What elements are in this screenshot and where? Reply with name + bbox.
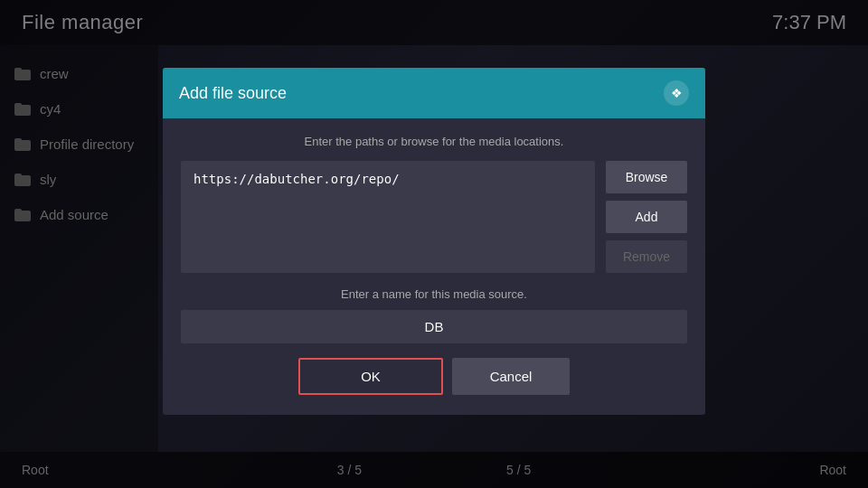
name-input[interactable] (181, 310, 687, 343)
dialog-header: Add file source ❖ (163, 68, 705, 118)
remove-button[interactable]: Remove (606, 240, 687, 273)
path-section: Browse Add Remove (181, 161, 687, 273)
path-input[interactable] (181, 161, 595, 273)
browse-button[interactable]: Browse (606, 161, 687, 193)
dialog-actions: OK Cancel (181, 358, 687, 399)
path-instruction: Enter the paths or browse for the media … (181, 135, 687, 148)
cancel-button[interactable]: Cancel (452, 358, 570, 395)
add-button[interactable]: Add (606, 201, 687, 233)
kodi-icon: ❖ (664, 80, 689, 106)
ok-button[interactable]: OK (298, 358, 443, 395)
name-instruction: Enter a name for this media source. (181, 287, 687, 301)
dialog-body: Enter the paths or browse for the media … (163, 118, 705, 415)
add-file-source-dialog: Add file source ❖ Enter the paths or bro… (163, 68, 705, 415)
dialog-title: Add file source (179, 84, 287, 103)
path-buttons: Browse Add Remove (606, 161, 687, 273)
